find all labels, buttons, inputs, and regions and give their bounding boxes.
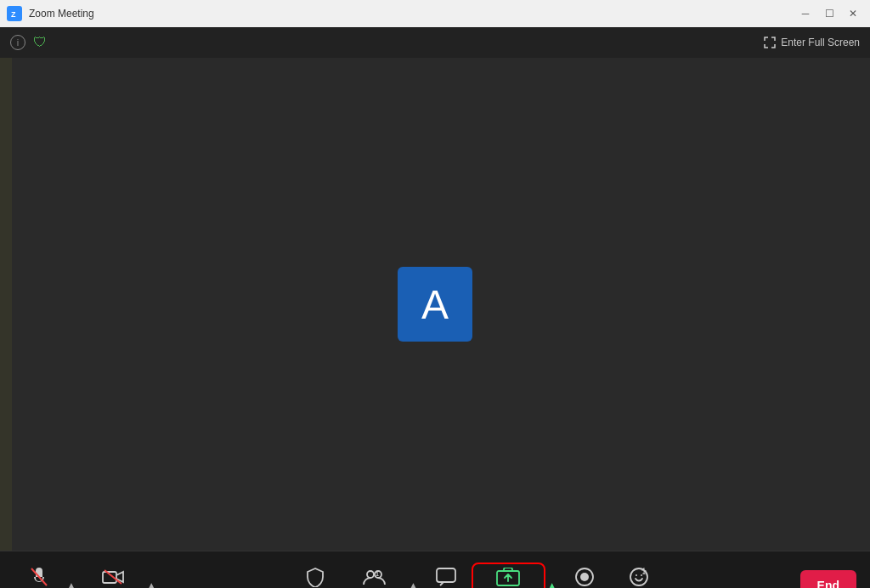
share-screen-caret[interactable]: ▲ (545, 560, 559, 589)
svg-text:1: 1 (376, 571, 379, 577)
svg-point-13 (636, 574, 637, 576)
svg-point-5 (367, 571, 374, 578)
side-panel (0, 58, 12, 551)
participants-caret[interactable]: ▲ (407, 560, 421, 589)
record-icon (574, 567, 595, 589)
video-icon (102, 569, 124, 588)
start-video-button[interactable]: Start Video (82, 564, 144, 589)
maximize-button[interactable]: ☐ (819, 5, 839, 22)
svg-text:Z: Z (11, 10, 16, 19)
fullscreen-label: Enter Full Screen (781, 37, 860, 48)
share-screen-icon (496, 568, 520, 589)
chat-icon (436, 568, 456, 589)
participants-group: 1 Participants ▲ (341, 560, 420, 589)
svg-point-14 (641, 574, 642, 576)
security-icon (306, 567, 325, 589)
minimize-button[interactable]: ─ (795, 5, 816, 22)
window-title: Zoom Meeting (29, 8, 94, 20)
reactions-button[interactable]: Reactions (610, 562, 669, 589)
fullscreen-button[interactable]: Enter Full Screen (764, 37, 860, 48)
window-controls: ─ ☐ ✕ (795, 5, 863, 22)
svg-point-11 (580, 573, 589, 581)
participants-button[interactable]: 1 Participants (341, 563, 406, 589)
avatar-container: A (398, 267, 472, 342)
zoom-logo: Z (7, 6, 22, 21)
chat-button[interactable]: Chat (421, 563, 472, 589)
participants-icon: 1 (362, 568, 386, 589)
mute-caret[interactable]: ▲ (65, 560, 78, 589)
main-video-area: A (0, 58, 870, 551)
toolbar-center-wrapper: Security 1 Participants ▲ (158, 560, 799, 589)
user-avatar: A (398, 267, 472, 342)
video-group: Start Video ▲ (82, 560, 158, 589)
toolbar-left: Mute ▲ Start Video ▲ (14, 560, 158, 589)
mute-group: Mute ▲ (14, 560, 78, 589)
record-button[interactable]: Record (559, 562, 610, 589)
end-button[interactable]: End (800, 570, 856, 589)
security-button[interactable]: Security (290, 562, 341, 589)
security-shield-icon[interactable]: 🛡 (32, 35, 48, 50)
title-bar: Z Zoom Meeting ─ ☐ ✕ (0, 0, 870, 27)
bottom-toolbar: Mute ▲ Start Video ▲ (0, 551, 870, 588)
toolbar-center: Security 1 Participants ▲ (290, 560, 669, 589)
toolbar-right: End (800, 570, 856, 589)
avatar-letter: A (421, 281, 449, 328)
svg-rect-8 (437, 568, 455, 582)
sub-header-left: i 🛡 (10, 35, 48, 50)
close-button[interactable]: ✕ (843, 5, 863, 22)
title-bar-left: Z Zoom Meeting (7, 6, 94, 21)
mute-button[interactable]: Mute (14, 562, 65, 589)
mute-icon (30, 567, 48, 589)
info-icon[interactable]: i (10, 35, 25, 50)
reactions-icon (629, 567, 649, 589)
share-screen-group: Share Screen ▲ (472, 560, 559, 589)
video-caret[interactable]: ▲ (144, 560, 158, 589)
share-screen-button[interactable]: Share Screen (472, 563, 545, 589)
sub-header: i 🛡 Enter Full Screen (0, 27, 870, 58)
